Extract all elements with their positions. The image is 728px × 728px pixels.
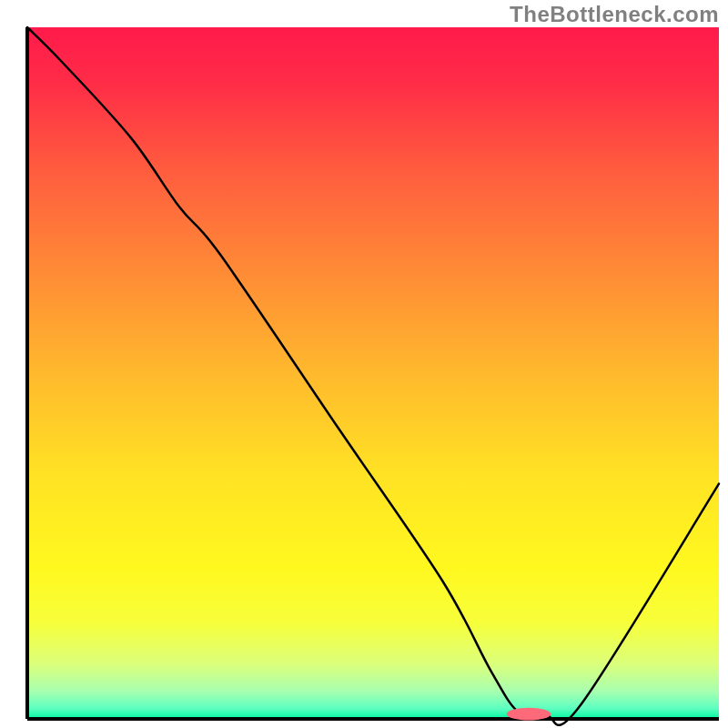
optimal-marker xyxy=(507,708,551,721)
chart-frame: TheBottleneck.com xyxy=(0,0,728,728)
plot-background xyxy=(27,27,719,719)
watermark-text: TheBottleneck.com xyxy=(510,2,719,27)
chart-svg xyxy=(0,0,728,728)
